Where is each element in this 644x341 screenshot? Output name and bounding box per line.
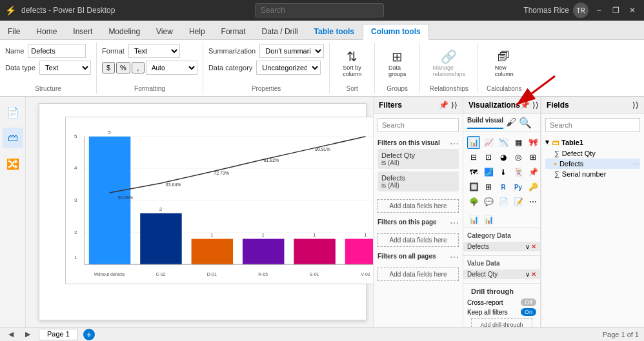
- viz-bar-chart-icon[interactable]: 📊: [467, 136, 480, 149]
- bar-4[interactable]: [243, 239, 285, 265]
- viz-kpi-icon[interactable]: 📌: [527, 166, 539, 179]
- manage-relationships-btn[interactable]: 🔗 Managerelationships: [428, 49, 469, 79]
- viz-table-icon[interactable]: ⊞: [482, 180, 495, 193]
- tab-view[interactable]: View: [148, 24, 181, 39]
- category-data-remove-icon[interactable]: ✕: [531, 243, 536, 250]
- category-data-dropdown-icon[interactable]: ∨: [525, 243, 530, 250]
- table1-expand[interactable]: ▾ 🗃 Table1: [545, 136, 640, 148]
- bar-2[interactable]: [140, 213, 182, 264]
- viz-filled-map-icon[interactable]: 🗾: [482, 166, 495, 179]
- data-groups-btn[interactable]: ⊞ Datagroups: [385, 49, 410, 79]
- tab-modeling[interactable]: Modeling: [101, 24, 148, 39]
- filters-pin-icon[interactable]: 📌: [439, 101, 448, 110]
- tab-data-drill[interactable]: Data / Drill: [254, 24, 307, 39]
- tab-column-tools[interactable]: Column tools: [363, 24, 429, 40]
- viz-paintbrush-icon[interactable]: 🖌: [506, 117, 516, 129]
- bar-3[interactable]: [192, 239, 234, 265]
- filters-all-pages-more[interactable]: ⋯: [450, 252, 459, 262]
- summarization-select[interactable]: Don't summarize: [259, 44, 324, 58]
- tab-file[interactable]: File: [0, 24, 28, 39]
- field-serial-number[interactable]: ∑ Serial number: [545, 169, 640, 179]
- prev-page-btn[interactable]: ◀: [5, 329, 17, 340]
- percent-btn[interactable]: %: [116, 62, 130, 73]
- viz-extra-1-icon[interactable]: 📊: [467, 213, 480, 226]
- bar-6[interactable]: [345, 239, 373, 265]
- tab-insert[interactable]: Insert: [65, 24, 101, 39]
- name-input[interactable]: [28, 44, 86, 58]
- bar-5[interactable]: [294, 239, 336, 265]
- field-defects[interactable]: ▪ Defects ⋯: [545, 159, 640, 169]
- viz-slicer-icon[interactable]: 🔲: [467, 180, 480, 193]
- comma-btn[interactable]: ,: [132, 62, 145, 73]
- next-page-btn[interactable]: ▶: [22, 329, 34, 340]
- sidebar-report-icon[interactable]: 📄: [3, 102, 23, 122]
- data-type-select[interactable]: Text: [39, 61, 91, 75]
- viz-pin-icon[interactable]: 📌: [520, 101, 530, 110]
- filters-search-input[interactable]: [377, 118, 459, 132]
- sort-by-column-btn[interactable]: ⇅ Sort bycolumn: [339, 49, 365, 79]
- viz-treemap-icon[interactable]: ⊞: [527, 151, 539, 164]
- add-all-pages-filter-btn[interactable]: Add data fields here: [377, 268, 459, 281]
- viz-smartnarrative-icon[interactable]: 📝: [512, 195, 525, 208]
- category-data-field[interactable]: Defects ∨ ✕: [463, 242, 540, 251]
- page-1-tab[interactable]: Page 1: [39, 329, 78, 340]
- viz-qa-icon[interactable]: 💬: [482, 195, 495, 208]
- viz-expand-icon[interactable]: ⟩⟩: [532, 101, 539, 110]
- viz-waterfall-icon[interactable]: ⊟: [467, 151, 480, 164]
- filter-defects[interactable]: Defects is (All): [377, 171, 459, 191]
- minimize-button[interactable]: −: [592, 4, 605, 17]
- new-column-btn[interactable]: 🗊 Newcolumn: [491, 49, 518, 79]
- viz-gauge-icon[interactable]: 🌡: [497, 166, 510, 179]
- build-visual-tab[interactable]: Build visual: [467, 117, 503, 129]
- tab-home[interactable]: Home: [28, 24, 65, 39]
- tab-format[interactable]: Format: [214, 24, 254, 39]
- auto-select[interactable]: Auto: [146, 61, 197, 75]
- format-select[interactable]: Text: [128, 44, 180, 58]
- dollar-btn[interactable]: $: [102, 62, 115, 73]
- viz-decomp-tree-icon[interactable]: 🌳: [467, 195, 480, 208]
- add-drill-btn[interactable]: Add drill-through fields here: [471, 318, 532, 327]
- viz-ribbon-icon[interactable]: 🎀: [527, 136, 539, 149]
- sidebar-data-icon[interactable]: 🗃: [3, 128, 23, 148]
- viz-area-chart-icon[interactable]: 📉: [497, 136, 510, 149]
- add-page-filter-btn[interactable]: Add data fields here: [377, 233, 459, 247]
- viz-donut-icon[interactable]: ◎: [512, 151, 525, 164]
- viz-pie-icon[interactable]: ◕: [497, 151, 510, 164]
- close-button[interactable]: ✕: [626, 4, 639, 17]
- restore-button[interactable]: ❐: [609, 4, 622, 17]
- filters-page-more[interactable]: ⋯: [450, 218, 459, 228]
- tab-help[interactable]: Help: [181, 24, 214, 39]
- tab-table-tools[interactable]: Table tools: [307, 24, 363, 39]
- viz-line-chart-icon[interactable]: 📈: [482, 136, 495, 149]
- value-data-dropdown-icon[interactable]: ∨: [525, 271, 530, 278]
- cross-report-toggle[interactable]: Off: [521, 298, 536, 306]
- bar-1[interactable]: [89, 137, 131, 264]
- fields-expand-icon[interactable]: ⟩⟩: [632, 101, 639, 110]
- viz-r-visual-icon[interactable]: R: [497, 180, 510, 193]
- filters-visual-more[interactable]: ⋯: [450, 139, 459, 149]
- field-defect-qty[interactable]: ∑ Defect Qty: [545, 148, 640, 159]
- viz-stacked-bar-icon[interactable]: ▦: [512, 136, 525, 149]
- viz-analytics-icon[interactable]: 🔍: [519, 117, 532, 129]
- title-search-input[interactable]: [255, 3, 384, 17]
- keep-all-filters-toggle[interactable]: On: [521, 308, 536, 316]
- viz-card-icon[interactable]: 🃏: [512, 166, 525, 179]
- viz-key-influencers-icon[interactable]: 🔑: [527, 180, 539, 193]
- chart-container[interactable]: ▽ ⤢ ⋯ 5 4 3 2 1 100% 80% 60% 40% 20%: [65, 117, 373, 284]
- sidebar-model-icon[interactable]: 🔀: [3, 153, 23, 174]
- viz-extra-2-icon[interactable]: 📊: [482, 213, 495, 226]
- filter-defect-qty[interactable]: Defect Qty is (All): [377, 149, 459, 169]
- viz-more-icon[interactable]: ⋯: [527, 195, 539, 208]
- add-page-btn[interactable]: +: [83, 329, 95, 340]
- viz-map-icon[interactable]: 🗺: [467, 166, 480, 179]
- viz-python-icon[interactable]: Py: [512, 180, 525, 193]
- viz-scatter-icon[interactable]: ⊡: [482, 151, 495, 164]
- fields-search-input[interactable]: [545, 118, 640, 132]
- value-data-field[interactable]: Defect Qty ∨ ✕: [463, 269, 540, 279]
- viz-paginated-icon[interactable]: 📄: [497, 195, 510, 208]
- title-bar-search[interactable]: [255, 3, 384, 17]
- filters-expand-icon[interactable]: ⟩⟩: [451, 101, 458, 110]
- value-data-remove-icon[interactable]: ✕: [531, 271, 536, 278]
- data-category-select[interactable]: Uncategorized: [256, 61, 321, 75]
- add-visual-filter-btn[interactable]: Add data fields here: [377, 199, 459, 213]
